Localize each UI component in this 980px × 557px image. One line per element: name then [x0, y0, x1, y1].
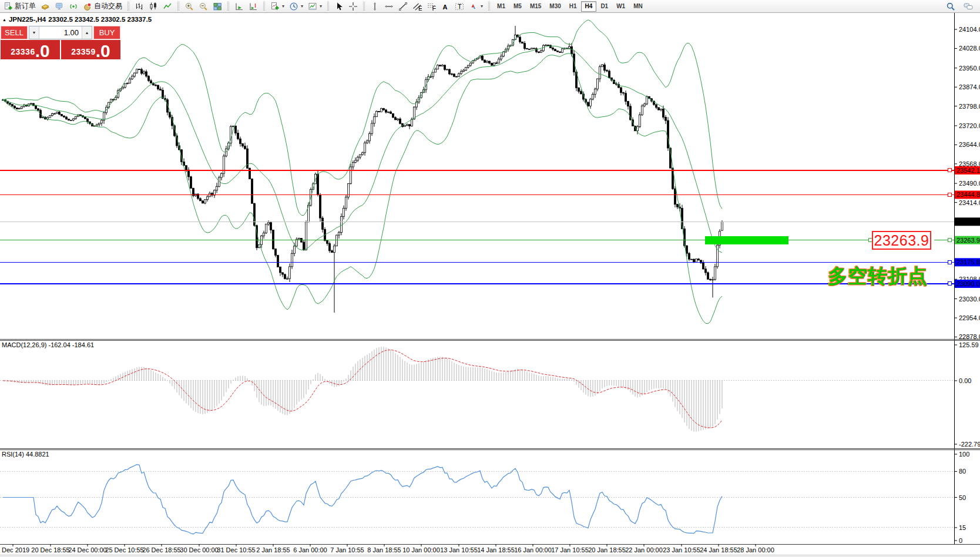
time-tick-label: 6 Jan 00:00: [293, 546, 327, 553]
chart-title: ▲ JPN225-,H4 23302.5 23342.5 23302.5 233…: [2, 16, 152, 23]
rsi-tick-label: 50: [959, 494, 966, 501]
bollinger-bands: [3, 20, 722, 324]
sell-price-fraction: .0: [35, 43, 50, 59]
macd-axis: 125.590.00-222.79: [954, 341, 980, 448]
price-marker-label: 23090.0: [956, 280, 980, 287]
time-tick-label: 26 Dec 18:55: [142, 546, 180, 553]
rsi-tick-label: 100: [959, 451, 969, 458]
buy-price-fraction: .0: [96, 43, 110, 59]
buy-price-button[interactable]: 23359 .0: [61, 40, 120, 59]
volume-increase-button[interactable]: ▲: [82, 26, 92, 39]
price-tick-label: 23720.0: [959, 122, 980, 129]
price-tick-label: 23798.0: [959, 103, 980, 110]
macd-series: [3, 347, 722, 432]
price-marker-label: 23542.1: [956, 167, 980, 174]
sell-price-main: 23336: [11, 47, 35, 56]
chart-expand-icon[interactable]: ▲: [2, 18, 6, 22]
hline-handle[interactable]: [948, 282, 951, 286]
buy-button[interactable]: BUY: [93, 26, 120, 39]
hline-handle[interactable]: [948, 260, 951, 264]
time-tick-label: 7 Jan 10:55: [330, 546, 364, 553]
highlight-rect[interactable]: [705, 236, 788, 244]
time-tick-label: 30 Dec 00:00: [180, 546, 218, 553]
time-tick-label: 31 Dec 10:55: [217, 546, 255, 553]
price-tick-label: 23030.0: [959, 296, 980, 303]
time-tick-label: 24 Dec 00:00: [68, 546, 106, 553]
horizontal-line-objects[interactable]: [0, 169, 954, 286]
green-line-handle[interactable]: [948, 239, 951, 242]
rsi-series: [3, 465, 722, 534]
time-tick-label: 20 Dec 18:55: [31, 546, 69, 553]
time-tick-label: 20 Jan 18:55: [588, 546, 626, 553]
time-tick-label: 10 Jan 00:00: [402, 546, 440, 553]
price-marker-label: 23175.8: [956, 259, 980, 266]
rsi-indicator-label: RSI(14) 44.8821: [2, 451, 49, 458]
rsi-axis: 1008050150: [954, 451, 969, 544]
sell-button[interactable]: SELL: [1, 26, 28, 39]
macd-tick-label: -222.79: [959, 441, 980, 448]
time-tick-label: 8 Jan 18:55: [367, 546, 401, 553]
chart-ohlc-values: 23302.5 23342.5 23302.5 23337.5: [48, 16, 152, 23]
price-marker-label: 23444.8: [956, 191, 980, 198]
price-tick-label: 23950.0: [959, 65, 980, 72]
one-click-trade-panel: SELL ▼ ▲ BUY 23336 .0 23359 .0: [1, 26, 120, 59]
time-tick-label: 2 Jan 18:55: [256, 546, 290, 553]
time-tick-label: 17 Jan 10:55: [551, 546, 589, 553]
price-level-callout[interactable]: 23263.9: [872, 231, 931, 250]
price-axis: 24104.024028.023950.023874.023798.023720…: [954, 26, 980, 340]
price-tick-label: 22878.0: [959, 333, 980, 340]
price-tick-label: 24104.0: [959, 26, 980, 33]
price-tick-label: 24028.0: [959, 45, 980, 52]
time-tick-label: 28 Jan 00:00: [737, 546, 774, 553]
macd-tick-label: 0.00: [959, 377, 971, 384]
turning-point-annotation[interactable]: 多空转折点: [828, 263, 928, 290]
candlestick-series: [2, 26, 723, 313]
time-tick-label: 9 Dec 2019: [0, 546, 29, 553]
sell-price-button[interactable]: 23336 .0: [1, 40, 60, 59]
rsi-tick-label: 15: [959, 524, 966, 531]
rsi-tick-label: 0: [959, 537, 962, 544]
green-level-group[interactable]: [0, 236, 954, 244]
volume-spinner: ▼ ▲: [29, 26, 92, 39]
time-tick-label: 24 Jan 18:55: [700, 546, 737, 553]
time-axis: 9 Dec 201920 Dec 18:5524 Dec 00:0025 Dec…: [0, 544, 774, 553]
time-tick-label: 25 Dec 10:55: [105, 546, 143, 553]
indicator-levels: [0, 381, 954, 528]
price-tick-label: 23414.0: [959, 199, 980, 206]
time-tick-label: 16 Jan 00:00: [514, 546, 552, 553]
chart-symbol-label: JPN225-,H4: [9, 16, 46, 23]
time-tick-label: 13 Jan 10:55: [440, 546, 478, 553]
time-tick-label: 23 Jan 10:55: [663, 546, 700, 553]
mt4-window: 新订单自动交易▾▾▾EFAT▾M1M5M15M30H1H4D1W1MN 2410…: [0, 0, 980, 557]
hline-handle[interactable]: [948, 193, 951, 196]
price-marker-label: 23263.9: [956, 237, 980, 244]
rsi-tick-label: 80: [959, 468, 966, 475]
price-marker-label: 23337.5: [956, 218, 980, 225]
price-tick-label: 23490.0: [959, 180, 980, 187]
price-tick-label: 23644.0: [959, 141, 980, 148]
price-tick-label: 23874.0: [959, 83, 980, 90]
buy-price-main: 23359: [71, 47, 95, 56]
volume-decrease-button[interactable]: ▼: [29, 26, 39, 39]
volume-input[interactable]: [39, 26, 82, 39]
macd-tick-label: 125.59: [959, 341, 979, 348]
time-tick-label: 22 Jan 00:00: [625, 546, 663, 553]
status-strip: [0, 555, 980, 557]
price-tick-label: 22954.0: [959, 314, 980, 321]
macd-indicator-label: MACD(12,26,9) -162.04 -184.61: [2, 341, 94, 348]
hline-handle[interactable]: [948, 169, 951, 172]
time-tick-label: 14 Jan 18:55: [477, 546, 515, 553]
